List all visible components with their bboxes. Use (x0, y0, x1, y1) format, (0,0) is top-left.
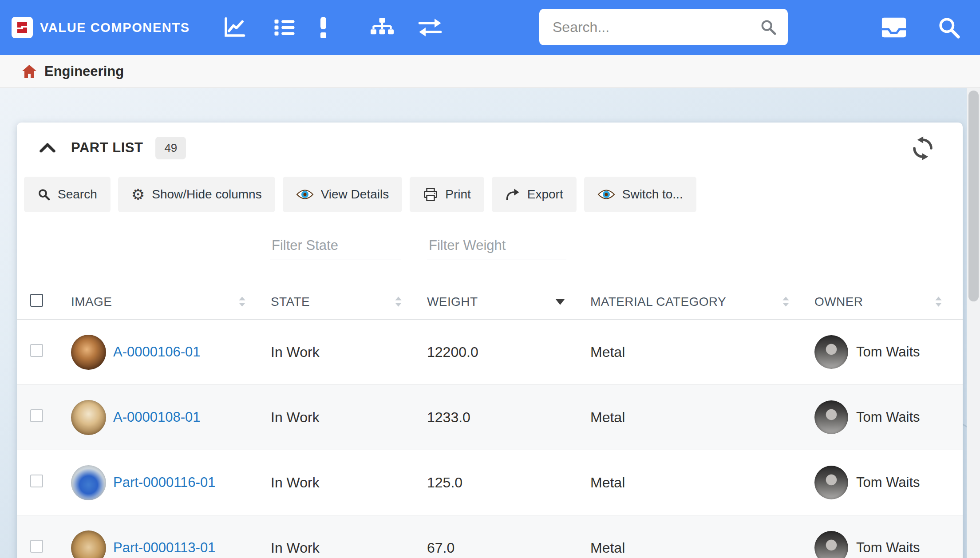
filter-state-input[interactable] (270, 237, 401, 260)
search-button[interactable]: Search (24, 177, 111, 212)
state-cell: In Work (259, 475, 415, 491)
scrollbar-thumb[interactable] (968, 91, 979, 301)
printer-icon (423, 187, 438, 202)
row-checkbox[interactable] (30, 475, 43, 487)
alerts-nav-button[interactable] (320, 0, 326, 55)
button-label: Show/Hide columns (152, 187, 261, 202)
panel-toolbar: Search ⚙ Show/Hide columns View Details (24, 177, 963, 212)
panel-header: PART LIST 49 (37, 135, 963, 161)
breadcrumb-home-link[interactable]: Engineering (21, 63, 124, 79)
owner-name: Tom Waits (856, 344, 920, 360)
row-checkbox-cell (24, 475, 59, 491)
select-all-checkbox[interactable] (30, 294, 43, 307)
owner-avatar (814, 335, 848, 369)
column-header-state[interactable]: STATE (259, 284, 415, 319)
owner-name: Tom Waits (856, 540, 920, 556)
column-label: STATE (271, 295, 310, 309)
sort-both-icon (935, 296, 942, 308)
owner-cell: Tom Waits (803, 531, 956, 558)
switch-to-button[interactable]: Switch to... (584, 177, 696, 212)
line-chart-icon (222, 16, 246, 40)
owner-name: Tom Waits (856, 475, 920, 491)
chevron-up-icon (39, 142, 56, 154)
filter-weight-input[interactable] (427, 237, 566, 260)
row-checkbox-cell (24, 409, 59, 426)
inbox-tray-icon (880, 15, 908, 40)
part-number-link[interactable]: A-0000108-01 (113, 409, 201, 425)
column-label: IMAGE (71, 295, 112, 309)
main-content-area: PART LIST 49 Search ⚙ (0, 88, 980, 558)
state-cell: In Work (259, 344, 415, 360)
export-button[interactable]: Export (492, 177, 577, 212)
sort-both-icon (395, 296, 402, 308)
button-label: Export (527, 187, 563, 202)
gear-icon: ⚙ (131, 187, 145, 202)
column-header-image[interactable]: IMAGE (59, 284, 259, 319)
top-navigation-bar: VALUE COMPONENTS (0, 0, 980, 55)
sort-desc-icon (555, 298, 565, 305)
view-details-button[interactable]: View Details (283, 177, 403, 212)
scrollbar-track[interactable] (967, 88, 980, 558)
structure-nav-button[interactable] (369, 0, 395, 55)
weight-cell: 67.0 (415, 540, 579, 556)
part-number-link[interactable]: Part-0000116-01 (113, 475, 215, 491)
search-icon[interactable] (759, 18, 777, 36)
breadcrumb: Engineering (0, 55, 980, 88)
result-count-badge: 49 (155, 137, 186, 159)
row-checkbox[interactable] (30, 540, 43, 553)
global-search-box (539, 9, 788, 45)
table-row[interactable]: Part-0000116-01 In Work 125.0 Metal Tom … (17, 450, 963, 515)
table-row[interactable]: Part-0000113-01 In Work 67.0 Metal Tom W… (17, 515, 963, 558)
column-header-material-category[interactable]: MATERIAL CATEGORY (579, 284, 803, 319)
table-row[interactable]: A-0000108-01 In Work 1233.0 Metal Tom Wa… (17, 385, 963, 450)
table-header-row: IMAGE STATE WEIGHT MATERIAL CATEGORY (17, 284, 963, 320)
breadcrumb-label: Engineering (44, 63, 124, 79)
part-number-link[interactable]: A-0000106-01 (113, 344, 201, 360)
button-label: Switch to... (622, 187, 683, 202)
refresh-button[interactable] (909, 134, 937, 162)
part-number-link[interactable]: Part-0000113-01 (113, 540, 215, 556)
export-arrow-icon (505, 187, 520, 202)
part-thumbnail (71, 335, 106, 370)
sort-both-icon (238, 296, 246, 308)
button-label: Print (445, 187, 471, 202)
workflow-nav-button[interactable] (417, 0, 443, 55)
refresh-icon (910, 135, 936, 161)
part-list-panel: PART LIST 49 Search ⚙ (17, 123, 963, 558)
checklist-icon (273, 16, 296, 40)
column-label: OWNER (814, 295, 863, 309)
state-cell: In Work (259, 540, 415, 556)
column-header-owner[interactable]: OWNER (803, 284, 956, 319)
collapse-panel-button[interactable] (37, 139, 58, 157)
column-label: WEIGHT (427, 295, 478, 309)
weight-cell: 125.0 (415, 475, 579, 491)
image-cell: Part-0000116-01 (59, 465, 259, 500)
part-thumbnail (71, 465, 106, 500)
app-logo[interactable] (12, 17, 33, 38)
row-checkbox[interactable] (30, 344, 43, 357)
topbar-search-button[interactable] (937, 0, 961, 55)
inbox-button[interactable] (880, 0, 908, 55)
owner-avatar (814, 400, 848, 434)
material-cell: Metal (579, 540, 803, 556)
row-checkbox-cell (24, 540, 59, 556)
owner-cell: Tom Waits (803, 400, 956, 434)
column-label: MATERIAL CATEGORY (590, 295, 726, 309)
reports-nav-button[interactable] (222, 0, 246, 55)
table-row[interactable]: A-0000106-01 In Work 12200.0 Metal Tom W… (17, 320, 963, 385)
print-button[interactable]: Print (410, 177, 484, 212)
task-list-nav-button[interactable] (273, 0, 296, 55)
show-hide-columns-button[interactable]: ⚙ Show/Hide columns (118, 177, 275, 212)
owner-avatar (814, 466, 848, 499)
owner-cell: Tom Waits (803, 466, 956, 499)
header-checkbox-cell (24, 294, 59, 310)
owner-name: Tom Waits (856, 409, 920, 425)
brand-name: VALUE COMPONENTS (40, 0, 190, 55)
owner-cell: Tom Waits (803, 335, 956, 369)
row-checkbox[interactable] (30, 409, 43, 422)
weight-cell: 1233.0 (415, 409, 579, 426)
exclamation-icon (320, 17, 326, 38)
global-search-input[interactable] (539, 19, 759, 36)
column-header-weight[interactable]: WEIGHT (415, 284, 579, 319)
material-cell: Metal (579, 409, 803, 426)
